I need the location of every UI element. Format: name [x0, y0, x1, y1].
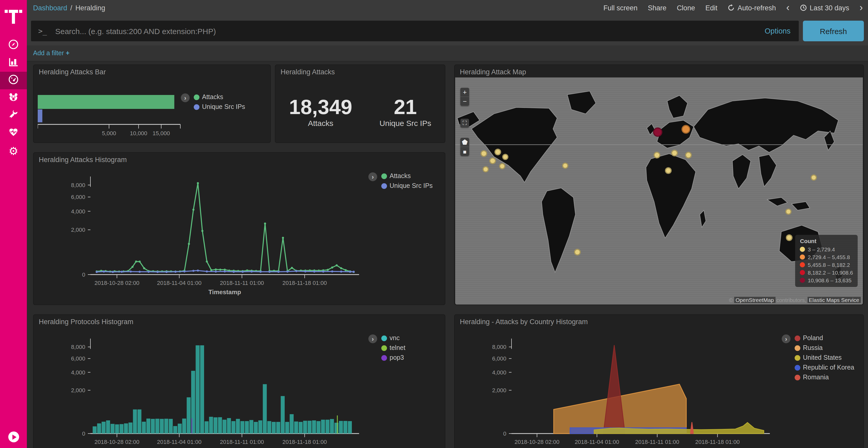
map-attack-dot[interactable] [483, 166, 489, 172]
map-attack-dot[interactable] [653, 127, 662, 137]
legend-color-dot [800, 278, 805, 283]
share-button[interactable]: Share [648, 4, 666, 12]
map-attack-dot[interactable] [654, 151, 660, 158]
time-prev-button[interactable]: ‹ [786, 4, 790, 11]
map-attack-dot[interactable] [671, 150, 678, 157]
attacks-bar-chart[interactable]: 5,00010,00015,000 [38, 79, 224, 141]
sidebar-item-discover[interactable] [0, 37, 27, 54]
legend-item[interactable]: Attacks [194, 94, 245, 101]
legend-color-dot [381, 345, 387, 351]
legend-item[interactable]: telnet [381, 344, 405, 351]
metric: 18,349 Attacks [289, 96, 352, 128]
panel-attack-map: Heralding Attack Map [454, 65, 864, 305]
svg-text:8,000: 8,000 [71, 182, 85, 188]
legend-title: Count [800, 238, 853, 244]
gauge-icon [8, 74, 19, 87]
world-map[interactable]: + − ⛶ ⬟ ■ Count 3 – 2,729.4 2,729.4 – 5,… [455, 77, 863, 305]
panel-country-histogram: Heralding - Attacks by Country Histogram… [454, 314, 864, 448]
svg-text:4,000: 4,000 [71, 208, 85, 215]
play-icon [12, 434, 17, 440]
svg-text:8,000: 8,000 [71, 344, 85, 350]
ems-link[interactable]: Elastic Maps Service [807, 297, 861, 303]
query-options-link[interactable]: Options [765, 27, 790, 35]
svg-text:2018-11-11 01:00: 2018-11-11 01:00 [220, 280, 264, 286]
legend-item: 2,729.4 – 5,455.8 [800, 254, 853, 260]
svg-text:2018-11-11 01:00: 2018-11-11 01:00 [635, 439, 679, 445]
refresh-button[interactable]: Refresh [803, 21, 864, 41]
full-screen-button[interactable]: Full screen [603, 4, 638, 12]
search-input[interactable] [54, 26, 765, 36]
add-filter-link[interactable]: Add a filter + [33, 49, 69, 57]
legend-toggle-icon[interactable]: › [368, 335, 377, 343]
draw-polygon-icon[interactable]: ⬟ [460, 138, 469, 146]
legend-item: 10,908.6 – 13,635 [800, 277, 853, 283]
legend-item[interactable]: Russia [795, 344, 854, 351]
svg-text:2018-11-04 01:00: 2018-11-04 01:00 [575, 439, 619, 445]
legend-item[interactable]: Poland [795, 335, 854, 342]
panel-title: Heralding Protocols Histogram [39, 318, 133, 326]
collapse-nav-button[interactable] [8, 432, 19, 442]
legend-item: 5,455.8 – 8,182.2 [800, 262, 853, 268]
sidebar-item-monitoring[interactable] [0, 125, 27, 142]
breadcrumb-dashboard-link[interactable]: Dashboard [33, 4, 67, 12]
legend-item[interactable]: pop3 [381, 354, 405, 361]
legend-color-dot [795, 365, 800, 370]
legend-toggle-icon[interactable]: › [181, 94, 190, 102]
svg-text:2018-11-04 01:00: 2018-11-04 01:00 [157, 439, 202, 445]
copyright-symbol: © [728, 297, 734, 303]
legend-toggle-icon[interactable]: › [782, 335, 790, 343]
map-attack-dot[interactable] [785, 208, 791, 214]
panel-attacks-bar: Heralding Attacks Bar 5,00010,00015,000 … [33, 65, 271, 143]
panel-title: Heralding Attacks Bar [39, 68, 106, 76]
map-attack-dot[interactable] [480, 150, 487, 157]
map-attack-dot[interactable] [562, 162, 568, 169]
time-range-picker[interactable]: Last 30 days [800, 4, 849, 12]
svg-text:0: 0 [82, 430, 85, 437]
fit-bounds-icon[interactable]: ⛶ [460, 119, 469, 128]
map-attack-dot[interactable] [681, 125, 690, 134]
svg-text:8,000: 8,000 [492, 344, 506, 350]
sidebar-item-management[interactable]: ⚙ [0, 142, 27, 160]
panel-title: Heralding Attack Map [460, 68, 526, 76]
legend-color-dot [381, 183, 387, 188]
svg-text:6,000: 6,000 [71, 194, 85, 200]
svg-text:2,000: 2,000 [71, 387, 85, 393]
draw-rectangle-icon[interactable]: ■ [460, 146, 469, 156]
svg-text:2018-11-18 01:00: 2018-11-18 01:00 [695, 439, 740, 445]
osm-link[interactable]: OpenStreetMap [734, 297, 775, 303]
sidebar-item-dashboard[interactable] [0, 72, 27, 89]
legend-color-dot [381, 335, 387, 341]
map-attack-dot[interactable] [685, 151, 692, 158]
map-attack-dot[interactable] [502, 154, 508, 160]
svg-text:6,000: 6,000 [71, 355, 85, 362]
metric-label: Unique Src IPs [379, 119, 431, 128]
auto-refresh-button[interactable]: Auto-refresh [728, 4, 776, 12]
legend-item[interactable]: Romania [795, 374, 854, 381]
sidebar-item-visualize[interactable] [0, 54, 27, 72]
sidebar-item-tpot[interactable] [0, 89, 27, 107]
time-next-button[interactable]: › [860, 4, 863, 11]
legend-item[interactable]: Unique Src IPs [381, 182, 433, 189]
legend-toggle-icon[interactable]: › [368, 172, 377, 181]
legend-item: 3 – 2,729.4 [800, 246, 853, 252]
map-attack-dot[interactable] [665, 167, 672, 174]
zoom-in-button[interactable]: + [460, 88, 469, 97]
legend-color-dot [795, 355, 800, 360]
legend-item[interactable]: Unique Src IPs [194, 103, 245, 110]
edit-button[interactable]: Edit [705, 4, 717, 12]
legend-item[interactable]: United States [795, 354, 854, 361]
legend-item[interactable]: vnc [381, 335, 405, 342]
svg-text:2018-11-04 01:00: 2018-11-04 01:00 [157, 280, 202, 286]
zoom-out-button[interactable]: − [460, 97, 469, 106]
clone-button[interactable]: Clone [677, 4, 695, 12]
svg-text:Timestamp: Timestamp [209, 288, 241, 296]
map-fit-control: ⛶ [460, 119, 469, 128]
svg-text:10,000: 10,000 [130, 130, 147, 137]
svg-text:6,000: 6,000 [492, 355, 506, 362]
legend-list: Poland Russia United States Republic of … [795, 335, 854, 381]
legend-item[interactable]: Attacks [381, 172, 433, 180]
legend-item[interactable]: Republic of Korea [795, 364, 854, 371]
sidebar-item-devtools[interactable] [0, 107, 27, 125]
legend-color-dot [381, 355, 387, 360]
app-sidebar: ⚙ [0, 0, 27, 448]
